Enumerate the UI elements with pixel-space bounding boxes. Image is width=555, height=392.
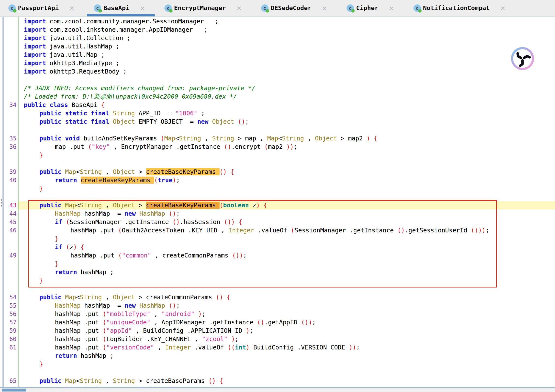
code-text: hashMap .put ("appId" , BuildConfig .APP… xyxy=(55,327,253,335)
line-number: 43 xyxy=(0,201,16,210)
code-text: return createBaseKeyParams (true); xyxy=(55,176,180,184)
tab-passportapi[interactable]: cPassportApi× xyxy=(0,0,85,16)
code-text: HashMap hashMap = new HashMap (); xyxy=(55,302,180,310)
code-text: } xyxy=(39,151,43,159)
code-line: 55HashMap hashMap = new HashMap (); xyxy=(0,302,555,310)
code-text: hashMap .put ("versionCode" , Integer .v… xyxy=(55,343,360,352)
line-number: 46 xyxy=(0,226,16,235)
green-dot-icon xyxy=(418,9,422,13)
green-dot-icon xyxy=(13,9,16,13)
tab-desedecoder[interactable]: cDESedeCoder× xyxy=(253,0,338,16)
code-line: /* Loaded from: D:\新桌面\unpack\0xc94c2000… xyxy=(0,92,555,101)
tab-label: EncryptManager xyxy=(174,4,226,12)
class-icon: c xyxy=(347,4,354,12)
tab-label: Cipher xyxy=(356,4,378,12)
code-line: 34public class BaseApi { xyxy=(0,101,555,109)
line-number: 59 xyxy=(0,327,16,335)
code-text: public class BaseApi { xyxy=(24,101,105,109)
code-line: 57hashMap .put ("uniqueCode" , AppIDMana… xyxy=(0,318,555,327)
line-number: 55 xyxy=(0,302,16,310)
line-number: 34 xyxy=(0,101,16,109)
tab-label: NotificationCompat xyxy=(423,4,490,12)
tab-label: PassportApi xyxy=(18,4,59,12)
code-line: 35public void buildAndSetKeyParams (Map<… xyxy=(0,134,555,143)
code-line: 54public Map<String , Object > createCom… xyxy=(0,293,555,302)
tab-label: BaseApi xyxy=(103,4,129,12)
line-number: 49 xyxy=(0,251,16,260)
code-text: hashMap .put ("uniqueCode" , AppIDManage… xyxy=(55,318,316,327)
code-line: public static final Object EMPTY_OBJECT … xyxy=(0,118,555,126)
close-icon[interactable]: × xyxy=(322,5,327,11)
code-line: 39public Map<String , Object > createBas… xyxy=(0,168,555,176)
close-icon[interactable]: × xyxy=(389,5,394,11)
code-text: /* Loaded from: D:\新桌面\unpack\0xc94c2000… xyxy=(24,92,237,101)
code-text: public static final String APP_ID = "100… xyxy=(39,109,205,118)
green-dot-icon xyxy=(351,9,355,13)
class-icon: c xyxy=(94,4,101,12)
code-line: 61hashMap .put ("versionCode" , Integer … xyxy=(0,343,555,352)
code-line: import java.util.Map ; xyxy=(0,51,555,59)
code-text: import java.util.HashMap ; xyxy=(24,42,119,51)
line-number: 60 xyxy=(0,335,16,343)
code-text: public Map<String , Object > createCommo… xyxy=(39,293,230,302)
close-icon[interactable]: × xyxy=(236,5,242,11)
line-number: 36 xyxy=(0,143,16,151)
green-dot-icon xyxy=(266,9,269,13)
code-text: public Map<String , String > createBaseP… xyxy=(39,377,223,385)
line-number: 57 xyxy=(0,318,16,327)
close-icon[interactable]: × xyxy=(69,5,75,11)
class-icon: c xyxy=(8,4,16,12)
line-number: 44 xyxy=(0,210,16,218)
code-text: import java.util.Collection ; xyxy=(24,34,130,42)
tab-cipher[interactable]: cCipher× xyxy=(338,0,405,16)
line-number: 61 xyxy=(0,343,16,352)
tab-baseapi[interactable]: cBaseApi× xyxy=(85,0,156,16)
code-line xyxy=(0,126,555,134)
code-text: return hashMap ; xyxy=(55,352,114,360)
code-text: hashMap .put ("mobileType" , "android" )… xyxy=(55,310,206,318)
jadx-logo-icon xyxy=(511,47,534,70)
code-line: } xyxy=(0,184,555,193)
code-line: 56hashMap .put ("mobileType" , "android"… xyxy=(0,310,555,318)
line-number: 54 xyxy=(0,293,16,302)
green-dot-icon xyxy=(169,9,173,13)
code-line: 59hashMap .put ("appId" , BuildConfig .A… xyxy=(0,327,555,335)
code-line xyxy=(0,76,555,84)
code-line: 60hashMap .put (LogBuilder .KEY_CHANNEL … xyxy=(0,335,555,343)
close-icon[interactable]: × xyxy=(140,5,145,11)
code-line: return hashMap ; xyxy=(0,352,555,360)
code-text: import com.zcool.inkstone.manager.AppIDM… xyxy=(24,26,207,34)
horizontal-scrollbar[interactable] xyxy=(0,388,555,392)
code-line: 65public Map<String , String > createBas… xyxy=(0,377,555,385)
class-icon: c xyxy=(261,4,269,12)
code-line: import java.util.HashMap ; xyxy=(0,42,555,51)
code-text: import okhttp3.MediaType ; xyxy=(24,59,119,67)
code-text: hashMap .put (LogBuilder .KEY_CHANNEL , … xyxy=(55,335,239,343)
tab-label: DESedeCoder xyxy=(271,4,312,12)
line-number: 40 xyxy=(0,176,16,184)
gutter-marker-dots-icon xyxy=(1,199,2,208)
line-number: 39 xyxy=(0,168,16,176)
line-number: 56 xyxy=(0,310,16,318)
code-text: } xyxy=(39,184,43,193)
code-line: } xyxy=(0,151,555,159)
code-text: import com.zcool.community.manager.Sessi… xyxy=(24,17,219,26)
code-line: import java.util.Collection ; xyxy=(0,34,555,42)
tab-notificationcompat[interactable]: cNotificationCompat× xyxy=(405,0,517,16)
tab-encryptmanager[interactable]: cEncryptManager× xyxy=(156,0,253,16)
class-icon: c xyxy=(413,4,421,12)
code-text: import java.util.Map ; xyxy=(24,51,105,59)
line-number: 35 xyxy=(0,134,16,143)
code-line: 36map .put ("key" , EncryptManager .getI… xyxy=(0,143,555,151)
code-text: public Map<String , Object > createBaseK… xyxy=(39,168,234,176)
code-text: public static final Object EMPTY_OBJECT … xyxy=(39,118,249,126)
code-line: public static final String APP_ID = "100… xyxy=(0,109,555,118)
horizontal-scrollbar-thumb[interactable] xyxy=(2,389,26,392)
code-text: } xyxy=(39,360,43,368)
tab-bar: cPassportApi×cBaseApi×cEncryptManager×cD… xyxy=(0,0,555,16)
code-line: } xyxy=(0,360,555,368)
annotation-red-box xyxy=(28,200,497,287)
close-icon[interactable]: × xyxy=(500,5,506,11)
code-line: import com.zcool.inkstone.manager.AppIDM… xyxy=(0,26,555,34)
line-number: 45 xyxy=(0,218,16,226)
